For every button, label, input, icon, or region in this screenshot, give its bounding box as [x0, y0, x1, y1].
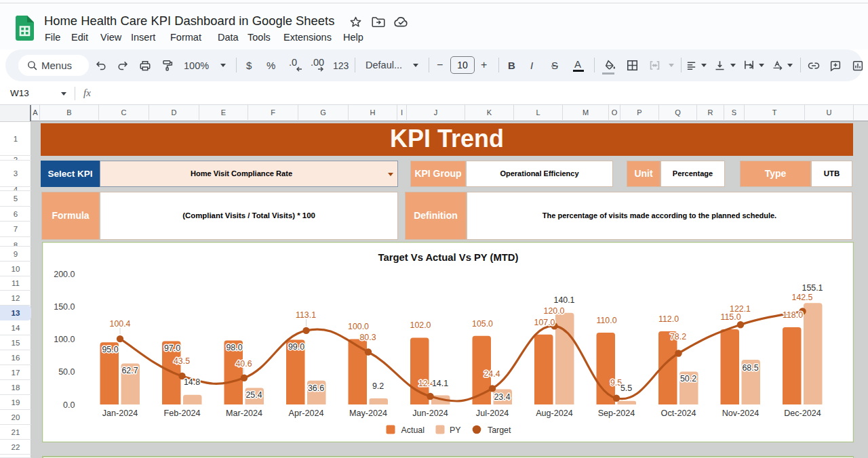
svg-text:150.0: 150.0: [54, 302, 75, 312]
svg-text:100.0: 100.0: [348, 322, 369, 331]
svg-text:68.5: 68.5: [742, 363, 758, 373]
svg-text:40.6: 40.6: [235, 359, 252, 369]
svg-text:Target: Target: [488, 425, 511, 435]
svg-text:50.2: 50.2: [680, 374, 696, 383]
svg-text:102.0: 102.0: [410, 320, 431, 330]
svg-text:14.1: 14.1: [432, 379, 448, 388]
svg-text:Feb-2024: Feb-2024: [164, 409, 201, 418]
svg-text:Sep-2024: Sep-2024: [598, 409, 635, 418]
svg-text:25.4: 25.4: [245, 390, 262, 400]
svg-text:43.5: 43.5: [174, 356, 190, 366]
svg-text:23.4: 23.4: [494, 392, 510, 402]
svg-text:112.0: 112.0: [658, 314, 679, 324]
svg-text:Mar-2024: Mar-2024: [226, 409, 262, 418]
svg-text:142.5: 142.5: [791, 293, 812, 302]
svg-text:Jan-2024: Jan-2024: [102, 409, 138, 418]
svg-text:24.4: 24.4: [484, 369, 500, 379]
svg-text:120.0: 120.0: [543, 306, 564, 316]
svg-text:5.5: 5.5: [620, 383, 632, 393]
svg-text:107.0: 107.0: [534, 318, 555, 327]
svg-text:115.0: 115.0: [720, 312, 741, 322]
svg-text:95.0: 95.0: [102, 345, 118, 354]
svg-text:140.1: 140.1: [553, 295, 574, 305]
svg-text:Nov-2024: Nov-2024: [722, 409, 760, 418]
svg-text:Actual: Actual: [401, 425, 425, 435]
svg-text:200.0: 200.0: [54, 270, 75, 279]
svg-text:Jul-2024: Jul-2024: [476, 409, 509, 418]
svg-text:PY: PY: [450, 425, 461, 435]
svg-text:9.2: 9.2: [372, 381, 384, 391]
svg-text:May-2024: May-2024: [349, 409, 387, 418]
svg-text:105.0: 105.0: [472, 319, 493, 329]
svg-text:36.6: 36.6: [308, 383, 324, 393]
svg-text:155.1: 155.1: [802, 283, 823, 293]
svg-text:122.1: 122.1: [730, 304, 751, 314]
svg-text:80.3: 80.3: [359, 333, 376, 342]
svg-text:110.0: 110.0: [596, 316, 616, 325]
svg-text:78.2: 78.2: [670, 332, 686, 341]
svg-text:62.7: 62.7: [121, 366, 138, 375]
svg-text:14.8: 14.8: [184, 377, 200, 387]
svg-text:Oct-2024: Oct-2024: [661, 409, 696, 418]
svg-text:100.0: 100.0: [54, 335, 75, 344]
svg-text:Target Vs Actual Vs PY (MTD): Target Vs Actual Vs PY (MTD): [378, 252, 519, 263]
svg-text:Jun-2024: Jun-2024: [412, 409, 448, 418]
svg-text:Aug-2024: Aug-2024: [536, 409, 573, 418]
svg-text:97.0: 97.0: [164, 344, 180, 353]
svg-text:118.0: 118.0: [783, 310, 803, 320]
svg-text:98.0: 98.0: [226, 343, 242, 352]
svg-text:113.1: 113.1: [296, 310, 316, 320]
svg-text:0.0: 0.0: [63, 400, 75, 410]
svg-text:99.0: 99.0: [288, 342, 304, 352]
svg-text:Apr-2024: Apr-2024: [289, 409, 324, 418]
svg-text:Dec-2024: Dec-2024: [784, 409, 821, 418]
svg-text:50.0: 50.0: [58, 367, 75, 377]
svg-text:100.4: 100.4: [109, 319, 130, 329]
